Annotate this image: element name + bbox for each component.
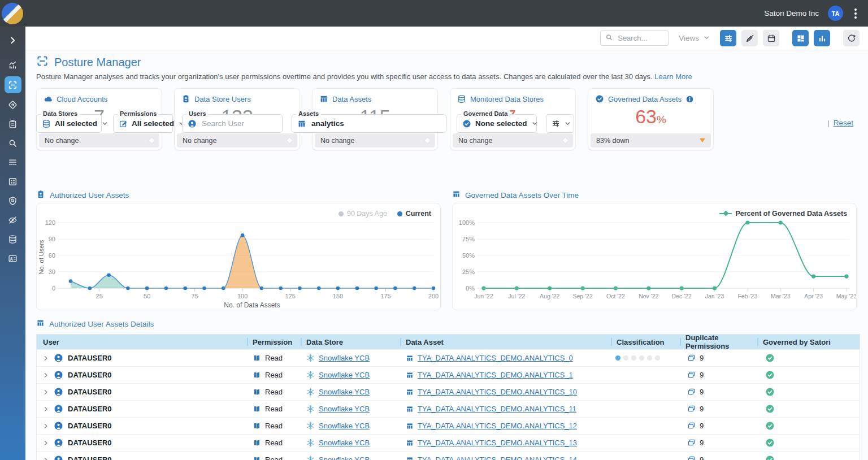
column-header-data-store[interactable]: Data Store: [301, 335, 400, 349]
sidebar-item-database[interactable]: [5, 231, 21, 247]
table-row[interactable]: DATAUSER0ReadSnowflake YCBTYA_DATA.ANALY…: [37, 366, 860, 383]
reset-filters-link[interactable]: Reset: [834, 119, 853, 127]
data-asset-link[interactable]: TYA_DATA.ANALYTICS_DEMO.ANALYTICS_12: [418, 422, 577, 430]
eye-slash-icon: [8, 215, 18, 225]
data-store-link[interactable]: Snowflake YCB: [319, 388, 370, 396]
column-header-permission[interactable]: Permission: [247, 335, 301, 349]
svg-text:Aug '22: Aug '22: [540, 293, 559, 300]
row-expand-chevron-icon[interactable]: [42, 457, 49, 460]
stat-card-label: Governed Data Assets: [608, 95, 682, 103]
row-expand-chevron-icon[interactable]: [42, 355, 49, 362]
avatar[interactable]: TA: [828, 6, 843, 21]
authorized-user-assets-chart[interactable]: 0306090120255075100125150175200No. of Da…: [37, 203, 440, 310]
sidebar-item-clipboard[interactable]: [5, 116, 21, 132]
columns-table-icon: [406, 405, 414, 413]
data-store-link[interactable]: Snowflake YCB: [319, 354, 370, 362]
classification-dot: [615, 355, 620, 361]
stat-card-footer[interactable]: No change: [177, 133, 297, 147]
data-asset-link[interactable]: TYA_DATA.ANALYTICS_DEMO.ANALYTICS_0: [418, 354, 573, 362]
column-header-governed-by-satori[interactable]: Governed by Satori: [757, 335, 860, 349]
toolbar-pen-slash-button[interactable]: [741, 30, 758, 46]
row-expand-chevron-icon[interactable]: [42, 372, 49, 379]
filter-data-stores[interactable]: Data StoresAll selected: [36, 114, 102, 133]
sidebar-item-grid-squares[interactable]: [5, 173, 21, 189]
data-store-cell: Snowflake YCB: [301, 405, 400, 413]
check-circle-icon: [765, 353, 775, 363]
check-circle-icon: [765, 404, 775, 414]
sidebar-item-table-rows[interactable]: [5, 154, 21, 170]
data-store-link[interactable]: Snowflake YCB: [319, 439, 370, 447]
legend-item: Current: [397, 210, 431, 218]
sidebar-item-chevron-right[interactable]: [5, 32, 21, 48]
sidebar-item-shield-search[interactable]: [5, 193, 21, 209]
toolbar-grid-quad-button[interactable]: [792, 30, 809, 46]
row-expand-chevron-icon[interactable]: [42, 406, 49, 413]
filter-assets[interactable]: Assets: [292, 114, 446, 133]
legend-item: Percent of Governed Data Assets: [719, 210, 847, 218]
toolbar: Views: [25, 27, 868, 50]
sidebar-item-eye-slash[interactable]: [5, 212, 21, 228]
table-row[interactable]: DATAUSER0ReadSnowflake YCBTYA_DATA.ANALY…: [37, 400, 860, 417]
legend-label: Percent of Governed Data Assets: [735, 210, 847, 218]
stat-card-footer[interactable]: No change: [453, 133, 573, 147]
contact-card-icon: [8, 254, 18, 263]
data-asset-link[interactable]: TYA_DATA.ANALYTICS_DEMO.ANALYTICS_13: [418, 439, 577, 447]
columns-table-icon: [452, 190, 461, 198]
column-header-user[interactable]: User: [37, 335, 247, 349]
table-row[interactable]: DATAUSER0ReadSnowflake YCBTYA_DATA.ANALY…: [37, 383, 860, 400]
table-row[interactable]: DATAUSER0ReadSnowflake YCBTYA_DATA.ANALY…: [37, 417, 860, 434]
stat-card-footer[interactable]: 83% down: [591, 133, 711, 147]
filter-governed-data[interactable]: Governed DataNone selected: [457, 114, 537, 133]
search-box[interactable]: [600, 31, 669, 46]
data-asset-link[interactable]: TYA_DATA.ANALYTICS_DEMO.ANALYTICS_1: [418, 371, 573, 379]
snowflake-icon: [306, 439, 315, 447]
filter-users[interactable]: Users: [182, 114, 283, 133]
toolbar-calendar-button[interactable]: [763, 30, 779, 46]
left-chart-title: Authorized User Assets: [50, 191, 129, 199]
magnifier-icon: [8, 138, 18, 148]
data-store-link[interactable]: Snowflake YCB: [319, 405, 370, 413]
row-expand-chevron-icon[interactable]: [42, 423, 49, 429]
filter-input-users[interactable]: [201, 119, 277, 128]
chevron-down-icon: [531, 120, 539, 127]
table-row[interactable]: DATAUSER0ReadSnowflake YCBTYA_DATA.ANALY…: [37, 349, 860, 366]
views-dropdown[interactable]: Views: [679, 34, 710, 43]
stat-card-footer[interactable]: No change: [315, 133, 435, 147]
row-expand-chevron-icon[interactable]: [42, 440, 49, 446]
sidebar-item-diamond-arrow[interactable]: [5, 97, 21, 112]
data-store-link[interactable]: Snowflake YCB: [319, 422, 370, 430]
sidebar: [0, 27, 25, 460]
stat-card-footer[interactable]: No change: [39, 133, 159, 147]
column-header-duplicate-permissions[interactable]: Duplicate Permissions: [680, 335, 757, 349]
search-input[interactable]: [617, 33, 661, 43]
filter-input-assets[interactable]: [310, 119, 441, 128]
column-header-data-asset[interactable]: Data Asset: [400, 335, 611, 349]
toolbar-refresh-button[interactable]: [843, 30, 860, 46]
sidebar-item-contact-card[interactable]: [5, 250, 21, 266]
chart-settings-button[interactable]: [546, 114, 574, 133]
table-row[interactable]: DATAUSER0ReadSnowflake YCBTYA_DATA.ANALY…: [37, 434, 860, 451]
toolbar-sliders-button[interactable]: [720, 30, 736, 46]
column-header-classification[interactable]: Classification: [611, 335, 680, 349]
toolbar-bar-chart-button[interactable]: [814, 30, 830, 46]
data-asset-link[interactable]: TYA_DATA.ANALYTICS_DEMO.ANALYTICS_11: [418, 405, 576, 413]
stat-card-label: Data Store Users: [194, 95, 251, 103]
kebab-menu-icon[interactable]: [852, 6, 859, 21]
filter-permissions[interactable]: PermissionsAll selected: [113, 114, 173, 133]
data-asset-link[interactable]: TYA_DATA.ANALYTICS_DEMO.ANALYTICS_10: [418, 388, 577, 396]
duplicate-count: 9: [700, 371, 704, 379]
row-expand-chevron-icon[interactable]: [42, 389, 49, 396]
data-asset-link[interactable]: TYA_DATA.ANALYTICS_DEMO.ANALYTICS_14: [418, 455, 577, 460]
user-circle-icon: [54, 455, 63, 460]
governed-data-assets-chart[interactable]: 0%25%50%75%100%Jun '22Jul '22Aug '22Sep …: [453, 203, 856, 310]
sidebar-item-trend-chart[interactable]: [5, 57, 21, 73]
book-icon: [253, 455, 261, 460]
data-store-link[interactable]: Snowflake YCB: [319, 371, 370, 379]
learn-more-link[interactable]: Learn More: [654, 72, 692, 81]
stat-card-header: Governed Data Assets: [588, 89, 713, 103]
duplicate-permissions-cell: 9: [680, 422, 757, 430]
sidebar-item-magnifier[interactable]: [5, 135, 21, 151]
data-store-link[interactable]: Snowflake YCB: [319, 455, 370, 460]
table-row[interactable]: DATAUSER0ReadSnowflake YCBTYA_DATA.ANALY…: [37, 451, 860, 460]
sidebar-item-scan-frame[interactable]: [5, 76, 21, 93]
